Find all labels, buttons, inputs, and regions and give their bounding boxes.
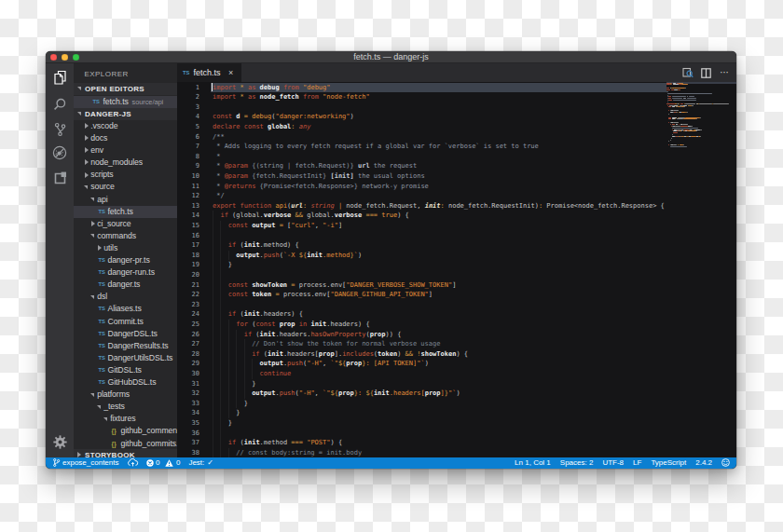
warnings-count: 0: [176, 458, 180, 467]
tree-item-ci_source[interactable]: ci_source: [74, 218, 177, 230]
activity-bar-item-source-control[interactable]: [46, 116, 74, 142]
tree-item-label: node_modules: [90, 157, 143, 169]
tree-item-vscode[interactable]: .vscode: [74, 120, 177, 132]
title-bar[interactable]: fetch.ts — danger-js: [46, 51, 736, 63]
tree-item-GitDSLts[interactable]: TSGitDSL.ts: [74, 364, 177, 376]
language-mode-status[interactable]: TypeScript: [651, 458, 686, 467]
tree-item-dangerts[interactable]: TSdanger.ts: [74, 279, 177, 291]
line-number: 35: [177, 418, 199, 429]
tree-item-commands[interactable]: commands: [74, 230, 177, 242]
open-preview-button[interactable]: [681, 67, 694, 79]
tree-item-Committs[interactable]: TSCommit.ts: [74, 316, 177, 328]
tree-item-label: fixtures: [110, 413, 135, 425]
tree-item-platforms[interactable]: platforms: [74, 389, 177, 401]
code-line: 6/**: [177, 132, 736, 143]
tree-item-github_commen[interactable]: {}github_commen..: [74, 425, 177, 437]
folder-expanded-icon: [84, 185, 88, 189]
json-file-icon: {}: [112, 425, 117, 437]
line-number: 29: [177, 359, 199, 369]
code-line: 22 const token = process.env["DANGER_GIT…: [177, 290, 736, 300]
tree-item-github_commits[interactable]: {}github_commits..: [74, 438, 177, 450]
tree-item-DangerResultsts[interactable]: TSDangerResults.ts: [74, 340, 177, 352]
typescript-file-icon: TS: [99, 340, 105, 352]
line-number: 25: [177, 320, 199, 330]
typescript-file-icon: TS: [93, 96, 100, 108]
tree-item-scripts[interactable]: scripts: [74, 169, 177, 181]
folder-collapsed-icon: [98, 245, 102, 251]
tab-fetch-ts[interactable]: TS fetch.ts ×: [177, 63, 241, 82]
tree-item-DangerUtilsDSLts[interactable]: TSDangerUtilsDSL.ts: [74, 352, 177, 364]
editor-group: TS fetch.ts ×: [177, 63, 736, 457]
feedback-button[interactable]: [721, 458, 730, 467]
tree-item-api[interactable]: api: [74, 194, 177, 206]
tree-item-label: DangerResults.ts: [108, 340, 169, 352]
indentation-status[interactable]: Spaces: 2: [560, 458, 594, 467]
code-editor[interactable]: 1import * as debug from "debug"2import *…: [177, 82, 736, 457]
smiley-icon: [721, 458, 730, 467]
open-editor-item-fetch-ts[interactable]: TS fetch.ts source/api: [74, 96, 177, 108]
tree-item-label: dsl: [97, 291, 107, 303]
typescript-file-icon: TS: [99, 279, 105, 291]
explorer-sidebar: EXPLORER OPEN EDITORS TS fetch.ts source…: [74, 63, 177, 457]
folder-collapsed-icon: [91, 221, 95, 226]
tree-item-_tests[interactable]: _tests: [74, 401, 177, 413]
folder-section-header[interactable]: DANGER-JS: [74, 108, 177, 120]
tree-item-label: .vscode: [90, 120, 117, 132]
tree-item-dsl[interactable]: dsl: [74, 291, 177, 303]
line-number: 31: [177, 379, 199, 389]
window-title: fetch.ts — danger-js: [46, 51, 736, 63]
open-editors-section-header[interactable]: OPEN EDITORS: [74, 83, 177, 95]
tree-item-source[interactable]: source: [74, 181, 177, 193]
folder-expanded-icon: [97, 405, 101, 409]
activity-bar-item-extensions[interactable]: [46, 166, 74, 191]
code-line: 13export function api(url: string | node…: [177, 201, 736, 211]
code-line: 28 if (init.headers[prop].includes(token…: [177, 349, 736, 360]
tree-item-DangerDSLts[interactable]: TSDangerDSL.ts: [74, 328, 177, 340]
publish-button[interactable]: [128, 458, 138, 467]
tree-item-danger-prts[interactable]: TSdanger-pr.ts: [74, 254, 177, 266]
tree-item-docs[interactable]: docs: [74, 132, 177, 144]
code-line: 21 const showToken = process.env["DANGER…: [177, 280, 736, 291]
line-number: 22: [177, 290, 199, 300]
more-actions-button[interactable]: ⋯: [719, 67, 731, 79]
tree-item-utils[interactable]: utils: [74, 242, 177, 254]
cursor-position-status[interactable]: Ln 1, Col 1: [515, 458, 551, 467]
activity-bar-settings[interactable]: [46, 430, 74, 455]
minimap[interactable]: [666, 82, 736, 457]
storybook-section-header[interactable]: STORYBOOK: [74, 449, 177, 457]
tree-item-label: env: [90, 144, 103, 157]
tree-item-fetchts[interactable]: TSfetch.ts: [74, 206, 177, 218]
typescript-version-status[interactable]: 2.4.2: [695, 458, 712, 467]
tree-item-node_modules[interactable]: node_modules: [74, 157, 177, 169]
tree-item-danger-runts[interactable]: TSdanger-run.ts: [74, 266, 177, 279]
tree-item-label: danger-pr.ts: [108, 254, 150, 266]
eol-status[interactable]: LF: [633, 458, 641, 467]
line-number: 24: [177, 309, 199, 320]
code-line: 26 if (init.headers.hasOwnProperty(prop)…: [177, 330, 736, 340]
activity-bar-item-explorer[interactable]: [46, 65, 74, 90]
tree-item-env[interactable]: env: [74, 144, 177, 157]
tree-item-label: source: [90, 181, 114, 193]
tree-item-Aliasests[interactable]: TSAliases.ts: [74, 303, 177, 315]
code-line: 33 }: [177, 399, 736, 409]
folder-expanded-icon: [90, 198, 94, 201]
open-editor-label: fetch.ts: [103, 96, 129, 108]
tree-item-fixtures[interactable]: fixtures: [74, 413, 177, 425]
split-editor-button[interactable]: [700, 67, 712, 79]
typescript-file-icon: TS: [99, 254, 105, 266]
gear-icon: [53, 435, 67, 449]
tree-item-label: GitHubDSL.ts: [108, 376, 157, 389]
tab-close-icon[interactable]: ×: [228, 68, 233, 77]
problems-status[interactable]: 0 0: [146, 458, 181, 467]
encoding-status[interactable]: UTF-8: [602, 458, 624, 467]
tree-item-GitHubDSLts[interactable]: TSGitHubDSL.ts: [74, 376, 177, 389]
activity-bar-item-search[interactable]: [46, 91, 74, 116]
code-lines: 1import * as debug from "debug"2import *…: [177, 82, 736, 457]
line-number: 2: [177, 92, 199, 102]
tree-item-label: scripts: [90, 169, 113, 181]
tree-item-label: docs: [90, 132, 107, 144]
tab-label: fetch.ts: [194, 68, 221, 77]
git-branch-status[interactable]: expose_contents: [53, 458, 119, 467]
jest-status[interactable]: Jest: ✓: [188, 458, 213, 467]
activity-bar-item-debug[interactable]: [46, 141, 74, 166]
